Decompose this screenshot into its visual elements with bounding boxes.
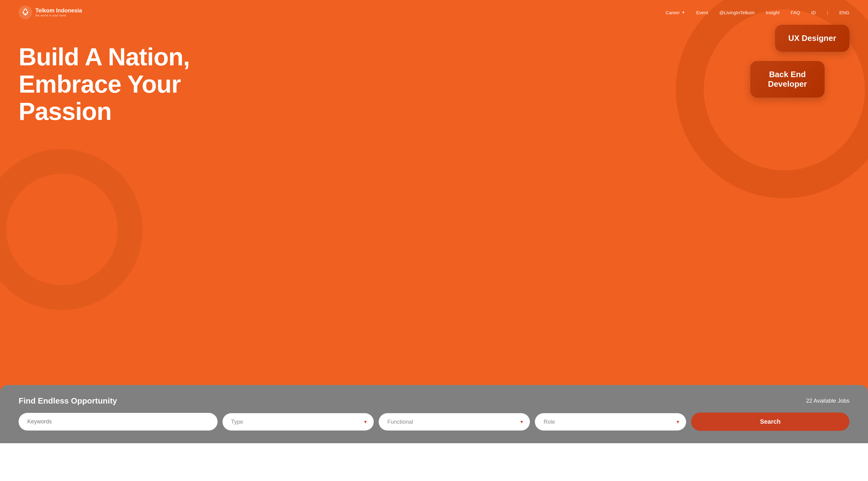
type-select[interactable]: Type xyxy=(222,413,374,430)
search-title: Find Endless Opportunity xyxy=(19,396,117,406)
brand-tagline: the world in your hand xyxy=(35,14,82,17)
role-select[interactable]: Role xyxy=(535,413,686,430)
hero-title: Build A Nation, Embrace Your Passion xyxy=(19,43,198,125)
search-button[interactable]: Search xyxy=(691,413,849,431)
bg-shape-left xyxy=(0,149,143,310)
search-section: Find Endless Opportunity 22 Available Jo… xyxy=(0,385,868,443)
nav-career[interactable]: Career ▼ xyxy=(665,10,685,15)
hero-content: Build A Nation, Embrace Your Passion xyxy=(0,25,868,125)
career-chevron-icon: ▼ xyxy=(682,10,685,14)
functional-select[interactable]: Functional xyxy=(379,413,530,430)
navbar: Telkom Indonesia the world in your hand … xyxy=(0,0,868,25)
search-bar: Type ▼ Functional ▼ Role ▼ Search xyxy=(19,413,849,431)
nav-faq[interactable]: FAQ xyxy=(791,10,800,15)
nav-links: Career ▼ Event @LivingInTelkom Insight F… xyxy=(665,10,849,15)
nav-insight[interactable]: Insight xyxy=(766,10,779,15)
nav-event[interactable]: Event xyxy=(696,10,708,15)
keywords-input[interactable] xyxy=(19,413,218,430)
logo: Telkom Indonesia the world in your hand xyxy=(19,6,82,19)
logo-text: Telkom Indonesia the world in your hand xyxy=(35,8,82,17)
nav-living[interactable]: @LivingInTelkom xyxy=(719,10,754,15)
job-cards: UX Designer Back EndDeveloper xyxy=(750,25,849,98)
type-select-wrapper: Type ▼ xyxy=(222,413,374,430)
job-card-backend-label: Back EndDeveloper xyxy=(768,70,807,89)
hero-title-line3: Passion xyxy=(19,98,112,125)
hero-title-line2: Embrace Your xyxy=(19,70,181,98)
lang-id[interactable]: ID xyxy=(811,10,816,15)
telkom-logo-icon xyxy=(19,6,32,19)
job-card-ux[interactable]: UX Designer xyxy=(775,25,849,52)
lang-eng[interactable]: ENG xyxy=(839,10,849,15)
lang-divider: | xyxy=(827,10,828,15)
role-select-wrapper: Role ▼ xyxy=(535,413,686,430)
hero-section: Telkom Indonesia the world in your hand … xyxy=(0,0,868,394)
functional-select-wrapper: Functional ▼ xyxy=(379,413,530,430)
brand-name: Telkom Indonesia xyxy=(35,8,82,14)
job-card-ux-label: UX Designer xyxy=(788,33,836,43)
hero-title-line1: Build A Nation, xyxy=(19,43,190,71)
available-jobs-count: 22 Available Jobs xyxy=(806,398,849,404)
job-card-backend[interactable]: Back EndDeveloper xyxy=(750,61,825,98)
search-header: Find Endless Opportunity 22 Available Jo… xyxy=(19,396,849,406)
